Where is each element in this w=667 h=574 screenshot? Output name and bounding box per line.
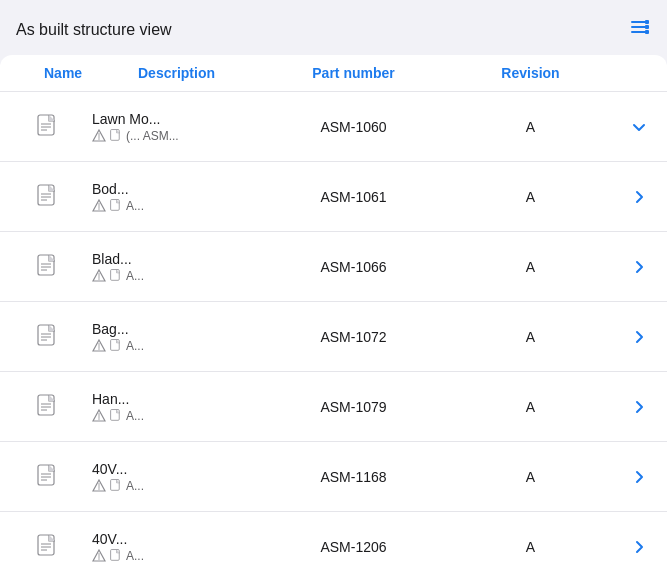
name-main: Han... bbox=[92, 391, 261, 407]
revision-cell: A bbox=[442, 259, 619, 275]
doc-icon bbox=[37, 114, 59, 140]
part-number-cell: ASM-1066 bbox=[265, 259, 442, 275]
sub-doc-icon bbox=[110, 479, 122, 493]
part-number-cell: ASM-1060 bbox=[265, 119, 442, 135]
name-cell: Han... A... bbox=[88, 383, 265, 431]
row-icon-cell bbox=[8, 180, 88, 214]
doc-icon bbox=[37, 464, 59, 490]
sub-assembly-icon bbox=[92, 339, 106, 353]
header-description: Description bbox=[88, 65, 265, 81]
row-icon-cell bbox=[8, 110, 88, 144]
chevron-right-icon bbox=[631, 189, 647, 205]
part-number-cell: ASM-1168 bbox=[265, 469, 442, 485]
svg-rect-5 bbox=[645, 30, 649, 34]
arrow-cell[interactable] bbox=[619, 119, 659, 135]
sub-assembly-icon bbox=[92, 199, 106, 213]
name-sub-row: A... bbox=[92, 269, 261, 283]
chevron-right-icon bbox=[631, 539, 647, 555]
revision-cell: A bbox=[442, 119, 619, 135]
svg-point-20 bbox=[98, 208, 99, 209]
arrow-cell[interactable] bbox=[619, 399, 659, 415]
table-row[interactable]: Han... A... ASM-1079 A bbox=[0, 372, 667, 442]
table-row[interactable]: 40V... A... ASM-1168 A bbox=[0, 442, 667, 512]
chevron-right-icon bbox=[631, 399, 647, 415]
doc-icon-wrapper bbox=[37, 184, 59, 210]
table-row[interactable]: 40V... A... ASM-1206 A bbox=[0, 512, 667, 574]
name-main: Lawn Mo... bbox=[92, 111, 261, 127]
sub-label: A... bbox=[126, 549, 144, 563]
revision-cell: A bbox=[442, 329, 619, 345]
name-cell: 40V... A... bbox=[88, 523, 265, 571]
sub-assembly-icon bbox=[92, 409, 106, 423]
header-name: Name bbox=[8, 65, 88, 81]
doc-icon bbox=[37, 324, 59, 350]
table-row[interactable]: Lawn Mo... (... ASM... ASM-1060 A bbox=[0, 92, 667, 162]
name-cell: Blad... A... bbox=[88, 243, 265, 291]
sub-label: (... ASM... bbox=[126, 129, 179, 143]
name-main: Bag... bbox=[92, 321, 261, 337]
arrow-cell[interactable] bbox=[619, 539, 659, 555]
doc-icon bbox=[37, 394, 59, 420]
main-card: Name Description Part number Revision La… bbox=[0, 55, 667, 574]
doc-icon-wrapper bbox=[37, 254, 59, 280]
revision-cell: A bbox=[442, 399, 619, 415]
doc-icon-wrapper bbox=[37, 114, 59, 140]
name-main: 40V... bbox=[92, 461, 261, 477]
doc-icon-wrapper bbox=[37, 394, 59, 420]
table-row[interactable]: Bod... A... ASM-1061 A bbox=[0, 162, 667, 232]
sub-label: A... bbox=[126, 339, 144, 353]
svg-point-36 bbox=[98, 348, 99, 349]
doc-icon-wrapper bbox=[37, 534, 59, 560]
doc-icon bbox=[37, 254, 59, 280]
doc-icon bbox=[37, 534, 59, 560]
name-cell: Bag... A... bbox=[88, 313, 265, 361]
name-cell: Lawn Mo... (... ASM... bbox=[88, 103, 265, 151]
sub-label: A... bbox=[126, 479, 144, 493]
sub-assembly-icon bbox=[92, 479, 106, 493]
svg-point-52 bbox=[98, 488, 99, 489]
table-row[interactable]: Blad... A... ASM-1066 A bbox=[0, 232, 667, 302]
sub-label: A... bbox=[126, 409, 144, 423]
doc-icon-wrapper bbox=[37, 324, 59, 350]
table-row[interactable]: Bag... A... ASM-1072 A bbox=[0, 302, 667, 372]
name-sub-row: A... bbox=[92, 409, 261, 423]
revision-cell: A bbox=[442, 469, 619, 485]
menu-icon[interactable] bbox=[629, 16, 651, 43]
sub-doc-icon bbox=[110, 549, 122, 563]
sub-assembly-icon bbox=[92, 269, 106, 283]
revision-cell: A bbox=[442, 189, 619, 205]
sub-label: A... bbox=[126, 199, 144, 213]
header-revision: Revision bbox=[442, 65, 619, 81]
sub-label: A... bbox=[126, 269, 144, 283]
row-icon-cell bbox=[8, 530, 88, 564]
app-container: As built structure view Name Description… bbox=[0, 0, 667, 574]
row-icon-cell bbox=[8, 390, 88, 424]
svg-point-60 bbox=[98, 558, 99, 559]
part-number-cell: ASM-1072 bbox=[265, 329, 442, 345]
svg-rect-4 bbox=[645, 25, 649, 29]
sub-assembly-icon bbox=[92, 549, 106, 563]
name-cell: 40V... A... bbox=[88, 453, 265, 501]
part-number-cell: ASM-1079 bbox=[265, 399, 442, 415]
svg-point-12 bbox=[98, 138, 99, 139]
name-main: 40V... bbox=[92, 531, 261, 547]
name-sub-row: (... ASM... bbox=[92, 129, 261, 143]
table-body: Lawn Mo... (... ASM... ASM-1060 A bbox=[0, 92, 667, 574]
revision-cell: A bbox=[442, 539, 619, 555]
arrow-cell[interactable] bbox=[619, 259, 659, 275]
sub-doc-icon bbox=[110, 409, 122, 423]
svg-point-28 bbox=[98, 278, 99, 279]
sub-doc-icon bbox=[110, 129, 122, 143]
arrow-cell[interactable] bbox=[619, 329, 659, 345]
row-icon-cell bbox=[8, 320, 88, 354]
name-sub-row: A... bbox=[92, 479, 261, 493]
title-bar: As built structure view bbox=[0, 0, 667, 51]
page-title: As built structure view bbox=[16, 21, 172, 39]
doc-icon bbox=[37, 184, 59, 210]
svg-point-44 bbox=[98, 418, 99, 419]
arrow-cell[interactable] bbox=[619, 469, 659, 485]
arrow-cell[interactable] bbox=[619, 189, 659, 205]
table-header: Name Description Part number Revision bbox=[0, 55, 667, 92]
name-cell: Bod... A... bbox=[88, 173, 265, 221]
sub-doc-icon bbox=[110, 339, 122, 353]
